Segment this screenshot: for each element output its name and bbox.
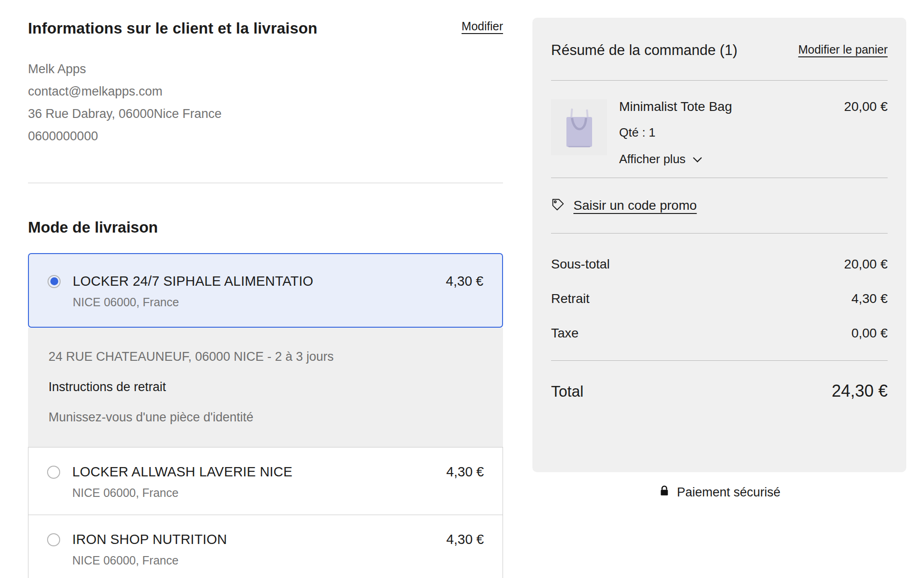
summary-header: Résumé de la commande (1) Modifier le pa… bbox=[551, 38, 888, 62]
grand-total-row: Total 24,30 € bbox=[551, 381, 888, 401]
shipping-option-location: NICE 06000, France bbox=[72, 554, 484, 567]
pickup-fee-label: Retrait bbox=[551, 291, 589, 306]
shipping-option-locker-allwash[interactable]: LOCKER ALLWASH LAVERIE NICE 4,30 € NICE … bbox=[28, 447, 503, 515]
edit-cart-link[interactable]: Modifier le panier bbox=[798, 43, 888, 56]
secure-payment-badge: Paiement sécurisé bbox=[532, 485, 906, 500]
show-more-label: Afficher plus bbox=[619, 152, 686, 166]
product-price: 20,00 € bbox=[844, 99, 888, 114]
divider bbox=[551, 80, 888, 81]
customer-section-header: Informations sur le client et la livrais… bbox=[28, 20, 503, 37]
edit-customer-link[interactable]: Modifier bbox=[462, 20, 503, 33]
shipping-option-price: 4,30 € bbox=[446, 274, 483, 289]
radio-unselected-icon[interactable] bbox=[47, 533, 60, 546]
total-label: Total bbox=[551, 383, 584, 400]
divider bbox=[551, 360, 888, 361]
tax-label: Taxe bbox=[551, 326, 579, 341]
customer-email: contact@melkapps.com bbox=[28, 80, 503, 103]
pickup-instructions-text: Munissez-vous d'une pièce d'identité bbox=[48, 410, 483, 425]
shipping-option-label: LOCKER ALLWASH LAVERIE NICE bbox=[72, 464, 292, 480]
shipping-option-location: NICE 06000, France bbox=[72, 486, 484, 500]
shipping-option-label: LOCKER 24/7 SIPHALE ALIMENTATIO bbox=[73, 274, 313, 289]
radio-unselected-icon[interactable] bbox=[47, 466, 60, 479]
shipping-option-price: 4,30 € bbox=[446, 532, 484, 547]
shipping-option-locker-siphale[interactable]: LOCKER 24/7 SIPHALE ALIMENTATIO 4,30 € N… bbox=[28, 253, 503, 328]
totals-block: Sous-total 20,00 € Retrait 4,30 € Taxe 0… bbox=[551, 257, 888, 341]
shipping-section-title: Mode de livraison bbox=[28, 219, 503, 236]
lock-icon bbox=[658, 485, 670, 500]
show-more-button[interactable]: Afficher plus bbox=[619, 152, 888, 166]
customer-name: Melk Apps bbox=[28, 58, 503, 80]
pickup-instructions-title: Instructions de retrait bbox=[48, 379, 483, 394]
product-image bbox=[551, 99, 607, 155]
order-summary-card: Résumé de la commande (1) Modifier le pa… bbox=[532, 18, 906, 472]
product-name: Minimalist Tote Bag bbox=[619, 99, 732, 114]
promo-tag-icon bbox=[551, 198, 565, 213]
pickup-address: 24 RUE CHATEAUNEUF, 06000 NICE - 2 à 3 j… bbox=[48, 349, 483, 364]
subtotal-row: Sous-total 20,00 € bbox=[551, 257, 888, 272]
chevron-down-icon bbox=[692, 152, 703, 166]
customer-section-title: Informations sur le client et la livrais… bbox=[28, 20, 317, 37]
summary-title: Résumé de la commande (1) bbox=[551, 38, 738, 62]
promo-code-label: Saisir un code promo bbox=[573, 198, 697, 213]
shipping-option-label: IRON SHOP NUTRITION bbox=[72, 532, 227, 547]
tax-row: Taxe 0,00 € bbox=[551, 326, 888, 341]
divider bbox=[551, 178, 888, 178]
pickup-details-panel: 24 RUE CHATEAUNEUF, 06000 NICE - 2 à 3 j… bbox=[28, 328, 503, 447]
shipping-option-location: NICE 06000, France bbox=[73, 296, 483, 309]
customer-phone: 0600000000 bbox=[28, 125, 503, 147]
shipping-option-iron-shop[interactable]: IRON SHOP NUTRITION 4,30 € NICE 06000, F… bbox=[28, 515, 503, 578]
divider bbox=[28, 183, 503, 183]
customer-address: 36 Rue Dabray, 06000Nice France bbox=[28, 103, 503, 125]
product-info: Minimalist Tote Bag 20,00 € Qté : 1 Affi… bbox=[619, 99, 888, 166]
subtotal-value: 20,00 € bbox=[844, 257, 888, 272]
secure-payment-label: Paiement sécurisé bbox=[677, 485, 780, 500]
product-quantity: Qté : 1 bbox=[619, 125, 888, 140]
shipping-option-price: 4,30 € bbox=[446, 464, 484, 480]
cart-item: Minimalist Tote Bag 20,00 € Qté : 1 Affi… bbox=[551, 99, 888, 166]
promo-code-button[interactable]: Saisir un code promo bbox=[551, 198, 888, 213]
total-value: 24,30 € bbox=[832, 381, 888, 401]
radio-selected-icon[interactable] bbox=[48, 275, 61, 288]
tax-value: 0,00 € bbox=[851, 326, 888, 341]
subtotal-label: Sous-total bbox=[551, 257, 610, 272]
divider bbox=[551, 233, 888, 234]
customer-and-shipping-column: Informations sur le client et la livrais… bbox=[28, 20, 503, 578]
pickup-fee-value: 4,30 € bbox=[851, 291, 888, 306]
pickup-fee-row: Retrait 4,30 € bbox=[551, 291, 888, 306]
customer-info: Melk Apps contact@melkapps.com 36 Rue Da… bbox=[28, 58, 503, 147]
